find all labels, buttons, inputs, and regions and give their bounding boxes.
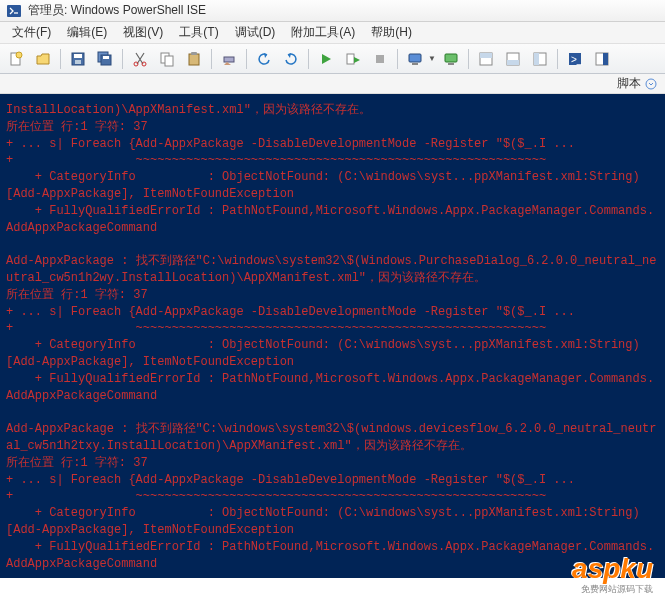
toolbar-separator (397, 49, 398, 69)
open-file-button[interactable] (31, 47, 55, 71)
script-panel-header: 脚本 (0, 74, 665, 94)
console-line: 所在位置 行:1 字符: 37 (6, 119, 659, 136)
console-line (6, 404, 659, 421)
console-line: + CategoryInfo : ObjectNotFound: (C:\win… (6, 505, 659, 539)
svg-rect-23 (480, 53, 492, 58)
run-selection-button[interactable] (341, 47, 365, 71)
toolbar-separator (122, 49, 123, 69)
console-line: + ... s| Foreach {Add-AppxPackage -Disab… (6, 136, 659, 153)
app-icon (6, 3, 22, 19)
undo-button[interactable] (252, 47, 276, 71)
console-pane[interactable]: InstallLocation)\AppXManifest.xml"，因为该路径… (0, 94, 665, 578)
svg-rect-14 (191, 52, 197, 55)
menu-help[interactable]: 帮助(H) (363, 22, 420, 43)
svg-rect-17 (376, 55, 384, 63)
svg-rect-18 (409, 54, 421, 62)
svg-rect-21 (448, 63, 454, 65)
svg-point-2 (16, 52, 22, 58)
console-line: Add-AppxPackage : 找不到路径"C:\windows\syste… (6, 253, 659, 287)
titlebar: 管理员: Windows PowerShell ISE (0, 0, 665, 22)
toolbar-separator (308, 49, 309, 69)
console-line: + CategoryInfo : ObjectNotFound: (C:\win… (6, 337, 659, 371)
svg-rect-12 (165, 56, 173, 66)
svg-rect-16 (347, 54, 354, 64)
svg-rect-25 (507, 60, 519, 65)
copy-button[interactable] (155, 47, 179, 71)
svg-rect-15 (224, 57, 234, 62)
cut-button[interactable] (128, 47, 152, 71)
run-script-button[interactable] (314, 47, 338, 71)
save-all-button[interactable] (93, 47, 117, 71)
layout-1-button[interactable] (474, 47, 498, 71)
save-button[interactable] (66, 47, 90, 71)
svg-text:>_: >_ (571, 54, 583, 65)
start-remote-button[interactable] (439, 47, 463, 71)
paste-button[interactable] (182, 47, 206, 71)
console-line: + FullyQualifiedErrorId : PathNotFound,M… (6, 203, 659, 237)
console-line: InstallLocation)\AppXManifest.xml"，因为该路径… (6, 102, 659, 119)
toolbar-separator (211, 49, 212, 69)
new-remote-button[interactable] (403, 47, 427, 71)
svg-rect-13 (189, 54, 199, 65)
window-title: 管理员: Windows PowerShell ISE (28, 2, 206, 19)
menu-file[interactable]: 文件(F) (4, 22, 59, 43)
menu-edit[interactable]: 编辑(E) (59, 22, 115, 43)
toolbar-separator (246, 49, 247, 69)
show-command-pane-button[interactable] (590, 47, 614, 71)
console-line: + ... s| Foreach {Add-AppxPackage -Disab… (6, 304, 659, 321)
svg-rect-5 (75, 60, 81, 64)
console-line: + ~~~~~~~~~~~~~~~~~~~~~~~~~~~~~~~~~~~~~~… (6, 488, 659, 505)
menu-tools[interactable]: 工具(T) (171, 22, 226, 43)
console-line: + FullyQualifiedErrorId : PathNotFound,M… (6, 539, 659, 573)
menubar: 文件(F) 编辑(E) 视图(V) 工具(T) 调试(D) 附加工具(A) 帮助… (0, 22, 665, 44)
svg-rect-20 (445, 54, 457, 62)
svg-rect-27 (534, 53, 539, 65)
console-line: + ... s| Foreach {Add-AppxPackage -Disab… (6, 472, 659, 489)
menu-addons[interactable]: 附加工具(A) (283, 22, 363, 43)
toolbar-separator (60, 49, 61, 69)
svg-rect-8 (103, 56, 109, 59)
show-command-button[interactable]: >_ (563, 47, 587, 71)
console-output: InstallLocation)\AppXManifest.xml"，因为该路径… (6, 102, 659, 578)
console-line: 所在位置 行:1 字符: 37 (6, 455, 659, 472)
svg-point-32 (646, 79, 656, 89)
toolbar: ▼ >_ (0, 44, 665, 74)
stop-button[interactable] (368, 47, 392, 71)
menu-debug[interactable]: 调试(D) (227, 22, 284, 43)
expand-panel-icon[interactable] (645, 78, 657, 90)
layout-2-button[interactable] (501, 47, 525, 71)
clear-console-button[interactable] (217, 47, 241, 71)
svg-rect-19 (412, 63, 418, 65)
dropdown-arrow-icon[interactable]: ▼ (428, 54, 436, 63)
console-line: + ~~~~~~~~~~~~~~~~~~~~~~~~~~~~~~~~~~~~~~… (6, 320, 659, 337)
console-line: 所在位置 行:1 字符: 37 (6, 287, 659, 304)
console-line (6, 572, 659, 578)
svg-rect-0 (7, 5, 21, 17)
svg-rect-31 (603, 53, 608, 65)
svg-rect-4 (74, 54, 82, 58)
console-line: + ~~~~~~~~~~~~~~~~~~~~~~~~~~~~~~~~~~~~~~… (6, 152, 659, 169)
console-line: + CategoryInfo : ObjectNotFound: (C:\win… (6, 169, 659, 203)
new-file-button[interactable] (4, 47, 28, 71)
console-line (6, 236, 659, 253)
toolbar-separator (557, 49, 558, 69)
script-panel-label: 脚本 (617, 75, 641, 92)
toolbar-separator (468, 49, 469, 69)
console-line: + FullyQualifiedErrorId : PathNotFound,M… (6, 371, 659, 405)
redo-button[interactable] (279, 47, 303, 71)
menu-view[interactable]: 视图(V) (115, 22, 171, 43)
console-line: Add-AppxPackage : 找不到路径"C:\windows\syste… (6, 421, 659, 455)
layout-3-button[interactable] (528, 47, 552, 71)
